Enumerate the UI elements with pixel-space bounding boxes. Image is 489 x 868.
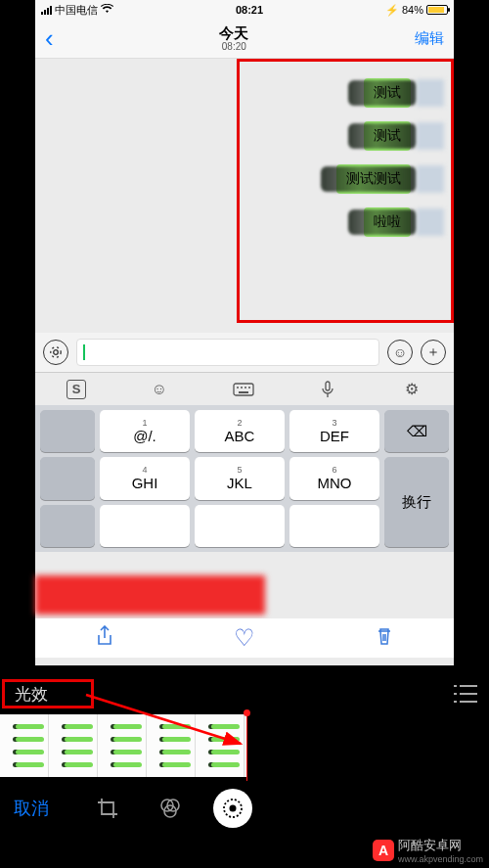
key-side[interactable] — [40, 505, 95, 547]
keyboard-icon[interactable] — [233, 379, 254, 400]
key-return[interactable]: 换行 — [384, 457, 449, 547]
key-backspace[interactable]: ⌫ — [384, 410, 449, 452]
status-time: 08:21 — [236, 4, 263, 16]
text-cursor — [83, 344, 85, 360]
key-side[interactable] — [40, 410, 95, 452]
key-6[interactable]: 6MNO — [289, 457, 379, 499]
svg-rect-7 — [239, 391, 248, 393]
avatar[interactable] — [417, 165, 444, 193]
wifi-icon — [101, 4, 113, 16]
timeline-frame[interactable] — [147, 714, 196, 777]
battery-pct: 84% — [402, 4, 423, 16]
svg-point-14 — [230, 805, 237, 812]
crop-tool-icon[interactable] — [88, 789, 127, 828]
voice-input-icon[interactable] — [43, 340, 68, 365]
back-button[interactable]: ‹ — [45, 23, 54, 54]
message-bubble[interactable]: 测试 — [364, 78, 411, 108]
svg-point-3 — [237, 387, 239, 388]
timeline-strip[interactable] — [0, 714, 246, 777]
key-2[interactable]: 2ABC — [195, 410, 285, 452]
watermark: A 阿酷安卓网 www.akpvending.com — [373, 837, 483, 864]
battery-icon — [426, 5, 448, 15]
signal-icon — [41, 6, 52, 15]
svg-point-0 — [54, 350, 59, 355]
adjust-tool-icon[interactable] — [213, 789, 252, 828]
timeline-frame[interactable] — [98, 714, 147, 777]
carrier-label: 中国电信 — [55, 3, 98, 18]
key-4[interactable]: 4GHI — [100, 457, 190, 499]
key-7[interactable] — [100, 505, 190, 547]
watermark-logo: A — [373, 840, 394, 861]
avatar[interactable] — [417, 122, 444, 150]
battery-icon-glyph: ⚡ — [385, 4, 399, 17]
svg-point-1 — [51, 347, 61, 357]
share-icon[interactable] — [96, 625, 113, 652]
status-bar: 中国电信 08:21 ⚡ 84% — [35, 0, 454, 20]
nav-title-sub: 08:20 — [219, 41, 248, 52]
heart-icon[interactable]: ♡ — [234, 624, 255, 652]
trash-icon[interactable] — [376, 625, 393, 652]
list-icon[interactable] — [454, 685, 477, 703]
key-side[interactable] — [40, 457, 95, 499]
nav-title-main: 今天 — [219, 25, 248, 42]
emoji-toolbar-icon[interactable]: ☺ — [149, 379, 170, 400]
text-input[interactable] — [76, 339, 379, 366]
redaction-overlay — [35, 575, 265, 615]
edit-button[interactable]: 编辑 — [415, 29, 444, 48]
gear-icon[interactable]: ⚙ — [401, 379, 422, 400]
keyboard-toolbar: S ☺ ⚙ — [35, 372, 454, 405]
nav-bar: ‹ 今天 08:20 编辑 — [35, 20, 454, 59]
message-bubble[interactable]: 测试测试 — [336, 164, 411, 194]
key-9[interactable] — [289, 505, 379, 547]
mic-icon[interactable] — [317, 379, 338, 400]
nav-title: 今天 08:20 — [219, 25, 248, 53]
svg-rect-2 — [234, 384, 253, 395]
chat-input-bar: ☺ ＋ — [35, 333, 454, 372]
keyboard: 1@/. 2ABC 3DEF ⌫ 4GHI 5JKL 6MNO 换行 — [35, 405, 454, 552]
svg-point-6 — [248, 387, 250, 388]
key-5[interactable]: 5JKL — [195, 457, 285, 499]
fx-label: 光效 — [15, 683, 48, 706]
phone-screen: 中国电信 08:21 ⚡ 84% ‹ 今天 08:20 编辑 测试 测试 — [35, 0, 454, 665]
backspace-icon: ⌫ — [407, 423, 427, 440]
svg-point-5 — [244, 387, 246, 388]
key-8[interactable] — [195, 505, 285, 547]
editor-bottom-bar: 取消 — [0, 784, 489, 833]
cancel-button[interactable]: 取消 — [14, 797, 49, 820]
sogou-icon[interactable]: S — [67, 380, 86, 399]
key-1[interactable]: 1@/. — [100, 410, 190, 452]
watermark-text: 阿酷安卓网 — [398, 837, 483, 854]
playhead[interactable] — [246, 712, 247, 781]
avatar[interactable] — [417, 208, 444, 236]
message-bubble[interactable]: 测试 — [364, 121, 411, 151]
filters-tool-icon[interactable] — [151, 789, 190, 828]
key-3[interactable]: 3DEF — [289, 410, 379, 452]
timeline-frame[interactable] — [49, 714, 98, 777]
chat-area: 测试 测试 测试测试 啦啦 — [35, 59, 454, 333]
watermark-url: www.akpvending.com — [398, 854, 483, 864]
fx-label-box[interactable]: 光效 — [2, 679, 94, 708]
timeline-frame[interactable] — [0, 714, 49, 777]
svg-point-4 — [241, 387, 243, 388]
emoji-icon[interactable]: ☺ — [387, 340, 413, 365]
share-toolbar: ♡ — [35, 618, 454, 658]
avatar[interactable] — [417, 79, 444, 107]
timeline-frame[interactable] — [196, 714, 244, 777]
message-bubble[interactable]: 啦啦 — [364, 207, 411, 237]
svg-rect-8 — [326, 382, 330, 390]
plus-icon[interactable]: ＋ — [421, 340, 446, 365]
